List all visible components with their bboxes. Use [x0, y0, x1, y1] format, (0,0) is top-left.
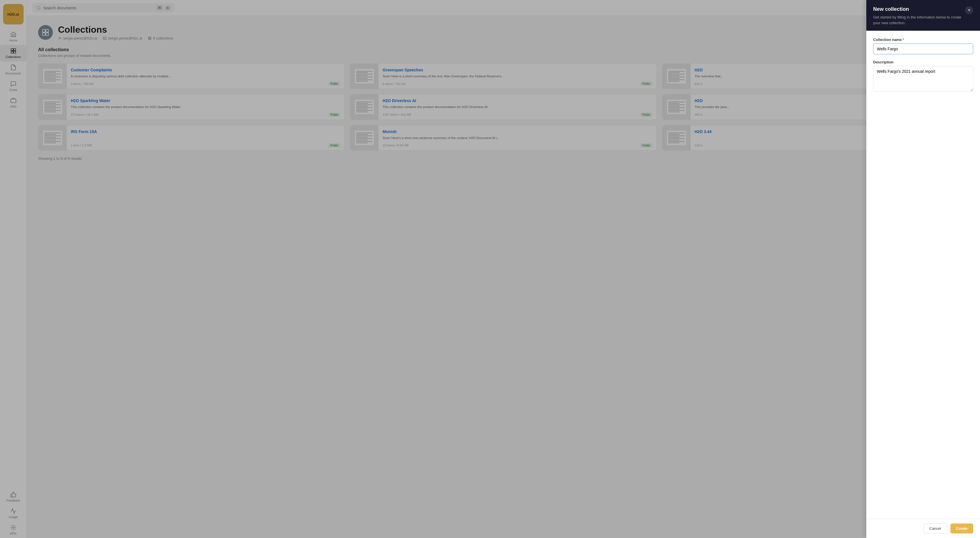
panel-header: New collection Get started by filling in… — [866, 0, 980, 31]
description-label: Description — [873, 60, 973, 64]
collection-name-label: Collection name * — [873, 38, 973, 42]
panel-footer: Cancel Create — [866, 519, 980, 538]
modal-overlay[interactable]: New collection Get started by filling in… — [0, 0, 980, 538]
new-collection-panel: New collection Get started by filling in… — [866, 0, 980, 538]
required-star: * — [902, 38, 904, 42]
create-button[interactable]: Create — [950, 524, 973, 533]
collection-name-input[interactable] — [873, 43, 973, 54]
panel-header-text: New collection Get started by filling in… — [873, 6, 965, 25]
panel-close-button[interactable]: × — [965, 6, 973, 14]
panel-body: Collection name * Description — [866, 31, 980, 519]
panel-subtitle: Get started by filling in the informatio… — [873, 14, 965, 25]
panel-title: New collection — [873, 6, 965, 12]
description-textarea[interactable] — [873, 66, 973, 92]
cancel-button[interactable]: Cancel — [923, 524, 947, 533]
